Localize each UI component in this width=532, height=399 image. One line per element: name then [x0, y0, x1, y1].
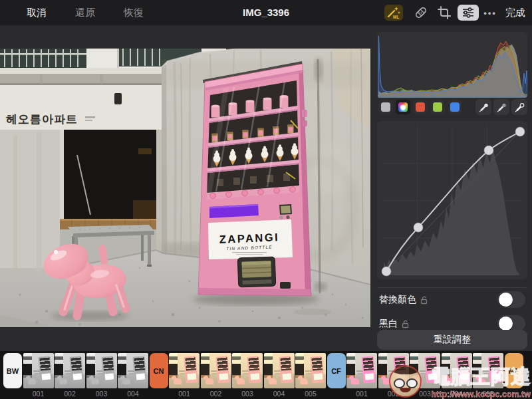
- filter-thumb-label: 005: [482, 390, 494, 398]
- filter-cell: 002: [201, 353, 231, 398]
- filter-thumb-label: 001: [356, 390, 368, 398]
- black-white-label: 黑白: [379, 318, 398, 330]
- filter-cell: 002: [55, 353, 85, 398]
- tone-curve-editor[interactable]: [377, 121, 527, 279]
- filter-thumb-label: 002: [64, 390, 76, 398]
- machine-brand-text: ZAPANGI: [219, 231, 279, 245]
- vending-machine: ZAPANGI TIN AND BOTTLE: [193, 61, 319, 305]
- adjustments-icon: [462, 7, 475, 18]
- eyedropper-icon: [497, 102, 507, 112]
- photo-editor-app: 取消 還原 恢復 IMG_3396 ML: [0, 0, 532, 399]
- filter-thumb-label: 004: [451, 390, 463, 398]
- channel-green-button[interactable]: [430, 100, 445, 114]
- filter-cell: 005: [295, 353, 326, 398]
- channel-luminance-button[interactable]: [378, 100, 393, 114]
- filter-filmstrip: BW001002003004CN001002003004005CF0010020…: [0, 351, 532, 399]
- eyedropper-icon: [479, 102, 489, 112]
- filter-cell: 001: [169, 353, 200, 398]
- filter-thumb-bw-002[interactable]: [55, 353, 85, 388]
- histogram-display: [377, 32, 527, 98]
- filter-group-tile-mf[interactable]: MF: [505, 353, 523, 388]
- filter-thumb-cn-003[interactable]: [232, 353, 263, 388]
- eyedropper-white-point-button[interactable]: [511, 99, 527, 115]
- repair-bandage-icon: [414, 5, 428, 20]
- filter-cell: 003: [86, 353, 117, 398]
- curve-histogram-silhouette: [384, 148, 519, 275]
- channel-red-button[interactable]: [413, 100, 428, 114]
- filter-list: BW001002003004CN001002003004005CF0010020…: [3, 353, 523, 398]
- channel-blue-button[interactable]: [448, 100, 462, 114]
- filter-thumb-cf-005[interactable]: [473, 353, 503, 388]
- filter-cell: 001: [23, 353, 54, 398]
- unlock-icon[interactable]: [402, 320, 409, 329]
- filter-cell: 004: [264, 353, 295, 398]
- filter-thumb-bw-003[interactable]: [86, 353, 117, 388]
- panel-divider: [377, 287, 527, 288]
- wall-lamp: [114, 93, 122, 104]
- histogram-controls: [372, 98, 532, 116]
- eyedropper-black-point-button[interactable]: [475, 99, 491, 115]
- brand-panel: ZAPANGI TIN AND BOTTLE: [208, 219, 293, 259]
- adjustments-tool-button[interactable]: [458, 5, 479, 21]
- filter-thumb-cf-001[interactable]: [346, 353, 377, 388]
- filter-thumb-cn-005[interactable]: [295, 353, 326, 388]
- replace-color-toggle[interactable]: [497, 291, 525, 308]
- filter-cell: 001: [346, 353, 377, 398]
- filter-thumb-cn-002[interactable]: [201, 353, 231, 388]
- repair-tool-button[interactable]: [412, 5, 430, 20]
- filter-thumb-cf-004[interactable]: [442, 353, 472, 388]
- curve-point-shadows[interactable]: [382, 267, 391, 276]
- filter-group-tile-cn[interactable]: CN: [150, 353, 168, 388]
- filter-thumb-label: 003: [241, 390, 253, 398]
- replace-color-label: 替換顏色: [379, 294, 416, 306]
- filter-thumb-label: 004: [273, 390, 285, 398]
- filter-thumb-cn-004[interactable]: [264, 353, 295, 388]
- undo-button[interactable]: 還原: [75, 0, 95, 25]
- crop-tool-button[interactable]: [436, 5, 453, 20]
- filter-thumb-label: 005: [305, 390, 317, 398]
- curve-point-lights[interactable]: [484, 146, 493, 155]
- crop-icon: [438, 6, 451, 19]
- reset-adjustments-button[interactable]: 重設調整: [377, 330, 527, 350]
- svg-text:ML: ML: [393, 15, 399, 19]
- more-icon: •••: [483, 8, 497, 18]
- filter-thumb-bw-001[interactable]: [23, 353, 54, 388]
- unlock-icon[interactable]: [420, 296, 428, 305]
- filter-cell: 003: [232, 353, 263, 398]
- channel-rgb-button[interactable]: [396, 100, 410, 114]
- filter-thumb-bw-004[interactable]: [118, 353, 148, 388]
- filter-cell: 004: [118, 353, 148, 398]
- filter-thumb-label: 003: [419, 390, 431, 398]
- ml-enhance-button[interactable]: ML: [384, 5, 403, 21]
- ml-wand-icon: ML: [386, 5, 402, 20]
- building-sign-text: 헤오름아파트: [6, 113, 78, 126]
- filter-thumb-label: 001: [178, 390, 190, 398]
- adjustments-panel: 替換顏色 黑白 重設調整: [372, 25, 532, 351]
- filter-cell: 003: [410, 353, 440, 398]
- redo-button[interactable]: 恢復: [124, 0, 144, 25]
- filter-cell: 005: [473, 353, 503, 398]
- photo-canvas[interactable]: 헤오름아파트: [0, 49, 370, 327]
- filter-group-tile-cf[interactable]: CF: [327, 353, 346, 388]
- filter-thumb-label: 003: [96, 390, 108, 398]
- filter-thumb-cn-001[interactable]: [169, 353, 200, 388]
- filter-thumb-label: 004: [127, 390, 139, 398]
- filter-thumb-label: 001: [33, 390, 45, 398]
- filter-thumb-label: 002: [210, 390, 222, 398]
- filter-cell: 004: [442, 353, 472, 398]
- filter-thumb-cf-003[interactable]: [410, 353, 440, 388]
- toolbar: 取消 還原 恢復 IMG_3396 ML: [0, 0, 532, 25]
- dispenser-tray: [237, 257, 276, 287]
- more-options-button[interactable]: •••: [481, 5, 499, 20]
- filter-cell: 002: [378, 353, 409, 398]
- eyedropper-icon: [515, 102, 525, 112]
- cancel-button[interactable]: 取消: [27, 0, 47, 25]
- filter-group-tile-bw[interactable]: BW: [3, 353, 22, 388]
- eyedropper-midtone-button[interactable]: [493, 99, 509, 115]
- done-button[interactable]: 完成: [505, 0, 525, 25]
- curve-point-highlights[interactable]: [515, 127, 525, 136]
- filter-thumb-cf-002[interactable]: [378, 353, 409, 388]
- curve-point-darks[interactable]: [414, 223, 423, 232]
- filter-thumb-label: 002: [388, 390, 400, 398]
